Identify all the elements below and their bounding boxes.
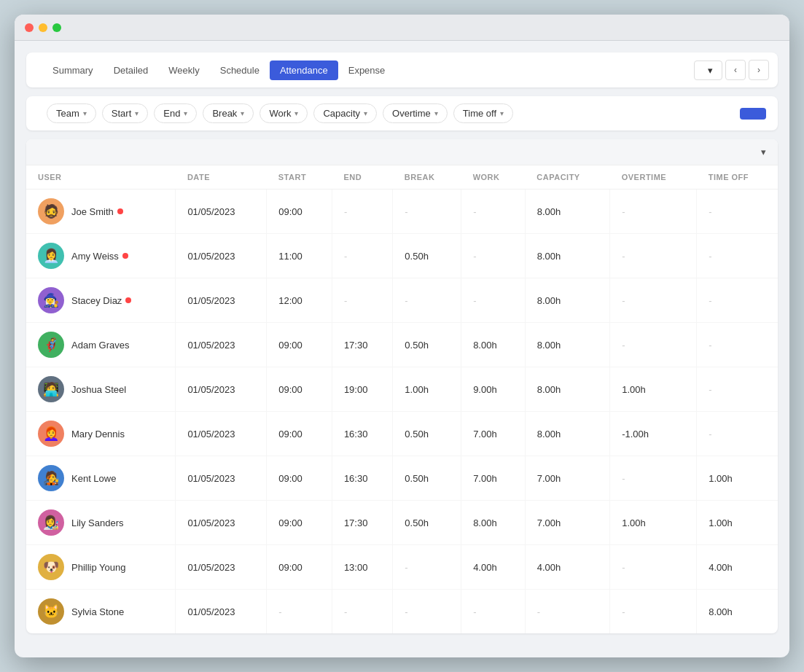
user-cell-6: 🧑‍🎤Kent Lowe <box>26 456 176 501</box>
filter-capacity-button[interactable]: Capacity▾ <box>313 103 377 123</box>
dash-value: - <box>709 340 711 351</box>
dash-value: - <box>709 429 711 439</box>
cell-break-1: 0.50h <box>393 234 461 278</box>
next-arrow[interactable]: › <box>749 60 769 80</box>
cell-start-8: 09:00 <box>267 545 332 590</box>
user-name: Amy Weiss <box>71 251 128 262</box>
maximize-button[interactable] <box>52 23 61 32</box>
tab-attendance[interactable]: Attendance <box>270 60 338 80</box>
dash-value: - <box>622 340 625 351</box>
export-button[interactable]: ▾ <box>757 146 766 157</box>
cell-start-2: 12:00 <box>267 278 332 323</box>
cell-break-6: 0.50h <box>393 456 461 501</box>
app-window: SummaryDetailedWeeklyScheduleAttendanceE… <box>15 15 789 657</box>
today-button[interactable]: ▾ <box>694 60 722 80</box>
cell-start-7: 09:00 <box>267 501 332 545</box>
cell-overtime-4: 1.00h <box>610 367 697 412</box>
dash-value: - <box>405 606 407 617</box>
cell-overtime-9: - <box>610 590 697 634</box>
user-name: Kent Lowe <box>71 473 116 484</box>
cell-work-7: 8.00h <box>461 501 526 545</box>
col-header-end: END <box>332 165 392 190</box>
col-header-start: START <box>267 165 332 190</box>
cell-time_off-8: 4.00h <box>697 545 778 590</box>
dash-value: - <box>622 206 625 217</box>
today-dropdown-icon: ▾ <box>708 65 713 76</box>
status-dot <box>117 208 123 214</box>
prev-arrow[interactable]: ‹ <box>725 60 746 80</box>
tab-detailed[interactable]: Detailed <box>104 60 159 80</box>
user-name: Lily Sanders <box>71 517 124 528</box>
col-header-overtime: OVERTIME <box>610 165 697 190</box>
cell-end-7: 17:30 <box>332 501 392 545</box>
minimize-button[interactable] <box>39 23 47 32</box>
chevron-down-icon: ▾ <box>83 109 87 117</box>
filter-end-button[interactable]: End▾ <box>154 103 197 123</box>
tab-expense[interactable]: Expense <box>338 60 396 80</box>
dash-value: - <box>537 606 540 617</box>
apply-filter-button[interactable] <box>740 108 766 120</box>
cell-end-8: 13:00 <box>332 545 392 590</box>
close-button[interactable] <box>25 23 34 32</box>
traffic-lights <box>25 23 61 32</box>
cell-end-3: 17:30 <box>332 323 392 367</box>
table-row[interactable]: 🧑‍🎤Kent Lowe01/05/202309:0016:300.50h7.0… <box>26 456 778 501</box>
avatar: 🐶 <box>38 554 64 580</box>
tab-weekly[interactable]: Weekly <box>158 60 209 80</box>
filter-bar: Team▾Start▾End▾Break▾Work▾Capacity▾Overt… <box>26 96 778 130</box>
cell-overtime-6: - <box>610 456 697 501</box>
table-row[interactable]: 🧔Joe Smith01/05/202309:00---8.00h-- <box>26 190 778 234</box>
table-header-bar: ▾ <box>26 139 778 165</box>
table-row[interactable]: 👩‍💼Amy Weiss01/05/202311:00-0.50h-8.00h-… <box>26 234 778 278</box>
cell-capacity-5: 8.00h <box>525 412 609 456</box>
tab-summary[interactable]: Summary <box>42 60 104 80</box>
cell-overtime-3: - <box>610 323 697 367</box>
cell-time_off-6: 1.00h <box>697 456 778 501</box>
filter-break-button[interactable]: Break▾ <box>203 103 254 123</box>
cell-overtime-8: - <box>610 545 697 590</box>
filter-team-button[interactable]: Team▾ <box>47 103 96 123</box>
cell-time_off-5: - <box>697 412 778 456</box>
tab-schedule[interactable]: Schedule <box>210 60 270 80</box>
avatar: 🧑‍💻 <box>38 376 64 402</box>
cell-overtime-2: - <box>610 278 697 323</box>
dash-value: - <box>344 606 347 617</box>
user-name: Adam Graves <box>71 340 129 351</box>
cell-end-1: - <box>332 234 392 278</box>
cell-date-7: 01/05/2023 <box>176 501 267 545</box>
cell-capacity-0: 8.00h <box>525 190 609 234</box>
dash-value: - <box>622 251 625 262</box>
filter-work-button[interactable]: Work▾ <box>259 103 308 123</box>
table-row[interactable]: 👩‍🦰Mary Dennis01/05/202309:0016:300.50h7… <box>26 412 778 456</box>
table-row[interactable]: 👩‍🎨Lily Sanders01/05/202309:0017:300.50h… <box>26 501 778 545</box>
cell-start-6: 09:00 <box>267 456 332 501</box>
dash-value: - <box>405 295 407 306</box>
cell-overtime-5: -1.00h <box>610 412 697 456</box>
cell-date-9: 01/05/2023 <box>176 590 267 634</box>
chevron-down-icon: ▾ <box>294 109 298 117</box>
avatar: 🦸 <box>38 332 64 358</box>
filter-start-button[interactable]: Start▾ <box>102 103 148 123</box>
user-cell-3: 🦸Adam Graves <box>26 323 176 367</box>
cell-time_off-9: 8.00h <box>697 590 778 634</box>
user-cell-1: 👩‍💼Amy Weiss <box>26 234 176 278</box>
cell-work-8: 4.00h <box>461 545 526 590</box>
chevron-down-icon: ▾ <box>135 109 138 117</box>
table-row[interactable]: 🧑‍💻Joshua Steel01/05/202309:0019:001.00h… <box>26 367 778 412</box>
export-chevron-icon: ▾ <box>761 146 766 157</box>
cell-end-2: - <box>332 278 392 323</box>
table-row[interactable]: 🧙‍♀️Stacey Diaz01/05/202312:00---8.00h-- <box>26 278 778 323</box>
table-row[interactable]: 🐱Sylvia Stone01/05/2023------8.00h <box>26 590 778 634</box>
cell-capacity-1: 8.00h <box>525 234 609 278</box>
filter-overtime-button[interactable]: Overtime▾ <box>383 103 448 123</box>
filter-time-off-button[interactable]: Time off▾ <box>453 103 513 123</box>
cell-end-0: - <box>332 190 392 234</box>
cell-work-4: 9.00h <box>461 367 526 412</box>
table-row[interactable]: 🐶Phillip Young01/05/202309:0013:00-4.00h… <box>26 545 778 590</box>
avatar: 🧔 <box>38 198 64 224</box>
col-header-date: DATE <box>176 165 267 190</box>
top-nav: SummaryDetailedWeeklyScheduleAttendanceE… <box>26 52 778 87</box>
user-cell-7: 👩‍🎨Lily Sanders <box>26 501 176 545</box>
table-row[interactable]: 🦸Adam Graves01/05/202309:0017:300.50h8.0… <box>26 323 778 367</box>
cell-time_off-1: - <box>697 234 778 278</box>
